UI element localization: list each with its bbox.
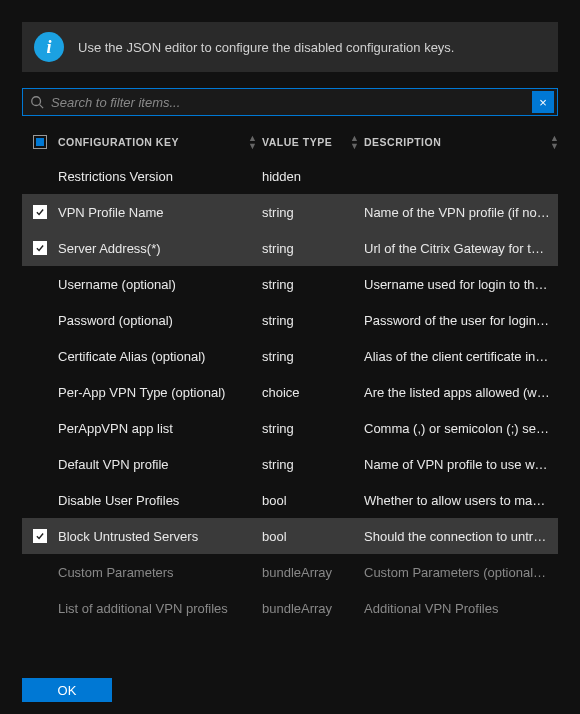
search-field[interactable]: × <box>22 88 558 116</box>
cell-config-key: Password (optional) <box>58 313 262 328</box>
row-checkbox[interactable] <box>22 385 58 399</box>
row-checkbox[interactable] <box>22 277 58 291</box>
sort-icon: ▲▼ <box>550 134 558 150</box>
cell-value-type: string <box>262 205 364 220</box>
cell-value-type: bool <box>262 493 364 508</box>
cell-description: Url of the Citrix Gateway for the VPN pr… <box>364 241 558 256</box>
cell-description: Whether to allow users to manually add p… <box>364 493 558 508</box>
cell-config-key: Certificate Alias (optional) <box>58 349 262 364</box>
cell-description: Password of the user for login to the ga… <box>364 313 558 328</box>
cell-description: Comma (,) or semicolon (;) separated lis… <box>364 421 558 436</box>
cell-value-type: bool <box>262 529 364 544</box>
row-checkbox[interactable] <box>22 313 58 327</box>
ok-button[interactable]: OK <box>22 678 112 702</box>
info-bar: i Use the JSON editor to configure the d… <box>22 22 558 72</box>
cell-description: Name of VPN profile to use when always-o… <box>364 457 558 472</box>
config-panel: i Use the JSON editor to configure the d… <box>0 0 580 626</box>
cell-description: Additional VPN Profiles <box>364 601 558 616</box>
table-row[interactable]: Server Address(*)stringUrl of the Citrix… <box>22 230 558 266</box>
cell-value-type: string <box>262 349 364 364</box>
search-input[interactable] <box>51 91 529 114</box>
table-row[interactable]: Disable User ProfilesboolWhether to allo… <box>22 482 558 518</box>
table-row[interactable]: Restrictions Versionhidden <box>22 158 558 194</box>
cell-config-key: VPN Profile Name <box>58 205 262 220</box>
cell-value-type: choice <box>262 385 364 400</box>
row-checkbox[interactable] <box>22 457 58 471</box>
cell-value-type: string <box>262 241 364 256</box>
cell-value-type: string <box>262 457 364 472</box>
table-row[interactable]: Default VPN profilestringName of VPN pro… <box>22 446 558 482</box>
cell-description: Username used for login to the gateway <box>364 277 558 292</box>
cell-value-type: string <box>262 277 364 292</box>
table-header: CONFIGURATION KEY ▲▼ VALUE TYPE ▲▼ DESCR… <box>22 126 558 158</box>
row-checkbox[interactable] <box>22 205 58 219</box>
svg-point-0 <box>32 97 41 106</box>
column-header-type[interactable]: VALUE TYPE ▲▼ <box>262 134 364 150</box>
table-row[interactable]: Block Untrusted ServersboolShould the co… <box>22 518 558 554</box>
row-checkbox[interactable] <box>22 169 58 183</box>
cell-description: Should the connection to untrusted serve… <box>364 529 558 544</box>
info-icon: i <box>34 32 64 62</box>
sort-icon: ▲▼ <box>350 134 358 150</box>
table-row[interactable]: PerAppVPN app liststringComma (,) or sem… <box>22 410 558 446</box>
cell-config-key: Block Untrusted Servers <box>58 529 262 544</box>
column-header-key[interactable]: CONFIGURATION KEY ▲▼ <box>58 134 262 150</box>
cell-config-key: Disable User Profiles <box>58 493 262 508</box>
cell-config-key: Default VPN profile <box>58 457 262 472</box>
table-row[interactable]: Username (optional)stringUsername used f… <box>22 266 558 302</box>
table-row[interactable]: Certificate Alias (optional)stringAlias … <box>22 338 558 374</box>
info-message: Use the JSON editor to configure the dis… <box>78 40 455 55</box>
config-table: CONFIGURATION KEY ▲▼ VALUE TYPE ▲▼ DESCR… <box>22 126 558 626</box>
search-icon <box>23 95 51 109</box>
row-checkbox[interactable] <box>22 493 58 507</box>
cell-config-key: Username (optional) <box>58 277 262 292</box>
table-row[interactable]: List of additional VPN profilesbundleArr… <box>22 590 558 626</box>
table-row[interactable]: Per-App VPN Type (optional)choiceAre the… <box>22 374 558 410</box>
cell-value-type: bundleArray <box>262 565 364 580</box>
cell-config-key: PerAppVPN app list <box>58 421 262 436</box>
row-checkbox[interactable] <box>22 421 58 435</box>
cell-description: Alias of the client certificate installe… <box>364 349 558 364</box>
cell-value-type: bundleArray <box>262 601 364 616</box>
cell-config-key: Server Address(*) <box>58 241 262 256</box>
svg-line-1 <box>40 105 44 109</box>
table-body: Restrictions VersionhiddenVPN Profile Na… <box>22 158 558 626</box>
cell-value-type: string <box>262 421 364 436</box>
cell-config-key: List of additional VPN profiles <box>58 601 262 616</box>
table-row[interactable]: Password (optional)stringPassword of the… <box>22 302 558 338</box>
table-row[interactable]: Custom ParametersbundleArrayCustom Param… <box>22 554 558 590</box>
row-checkbox[interactable] <box>22 601 58 615</box>
sort-icon: ▲▼ <box>248 134 256 150</box>
cell-value-type: hidden <box>262 169 364 184</box>
column-header-type-label: VALUE TYPE <box>262 136 332 148</box>
row-checkbox[interactable] <box>22 349 58 363</box>
cell-description: Custom Parameters (optional). Additional… <box>364 565 558 580</box>
cell-config-key: Per-App VPN Type (optional) <box>58 385 262 400</box>
clear-search-button[interactable]: × <box>532 91 554 113</box>
select-all-checkbox[interactable] <box>22 135 58 149</box>
column-header-key-label: CONFIGURATION KEY <box>58 136 179 148</box>
row-checkbox[interactable] <box>22 565 58 579</box>
table-row[interactable]: VPN Profile NamestringName of the VPN pr… <box>22 194 558 230</box>
cell-description: Name of the VPN profile (if not set, ser… <box>364 205 558 220</box>
cell-config-key: Restrictions Version <box>58 169 262 184</box>
cell-value-type: string <box>262 313 364 328</box>
cell-config-key: Custom Parameters <box>58 565 262 580</box>
row-checkbox[interactable] <box>22 241 58 255</box>
footer: OK <box>22 678 112 702</box>
row-checkbox[interactable] <box>22 529 58 543</box>
cell-description: Are the listed apps allowed (whitelist) … <box>364 385 558 400</box>
column-header-desc-label: DESCRIPTION <box>364 136 441 148</box>
column-header-desc[interactable]: DESCRIPTION ▲▼ <box>364 134 558 150</box>
